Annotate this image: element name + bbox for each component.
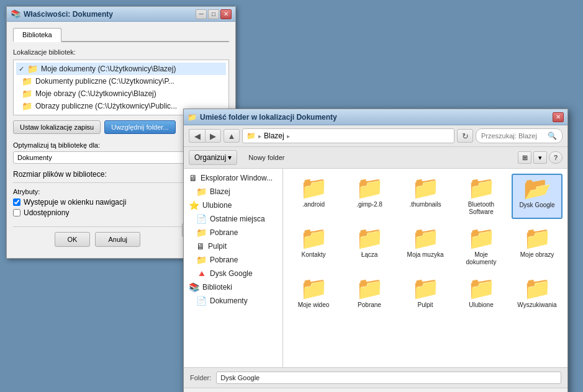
- view-list-button[interactable]: ▾: [533, 151, 547, 164]
- tree-item-recent[interactable]: 📄 Ostatnie miejsca: [184, 212, 282, 226]
- tree-item-google-drive[interactable]: 🔺 Dysk Google: [184, 267, 282, 280]
- tab-biblioteka[interactable]: Biblioteka: [13, 28, 61, 42]
- folder-icon: 📁: [27, 64, 38, 74]
- file-item-links[interactable]: 📁 Łącza: [344, 224, 395, 269]
- file-item-contacts[interactable]: 📁 Kontakty: [288, 224, 339, 269]
- folder-icon: 📁: [22, 89, 32, 99]
- tree-item-label: Dokumenty: [210, 296, 248, 305]
- tree-item-explorator[interactable]: 🖥 Eksplorator Window...: [184, 171, 282, 185]
- file-item-searches[interactable]: 📁 Wyszukiwania: [512, 274, 563, 312]
- file-item-video[interactable]: 📁 Moje wideo: [288, 274, 339, 312]
- navigation-checkbox[interactable]: [13, 198, 20, 206]
- file-name: Łącza: [361, 251, 378, 259]
- nav-tree: 🖥 Eksplorator Window... 📁 Blazej ⭐ Ulubi…: [184, 169, 283, 367]
- front-window: 📁 Umieść folder w lokalizacji Dokumenty …: [183, 109, 568, 392]
- tree-item-blazej[interactable]: 📁 Blazej: [184, 185, 282, 198]
- file-name: Moja muzyka: [407, 251, 444, 259]
- file-item-my-documents[interactable]: 📁 Moje dokumenty: [456, 224, 507, 269]
- list-item[interactable]: 📁 Moje obrazy (C:\Użytkownicy\Blazej): [16, 87, 226, 100]
- shared-label: Udostępniony: [24, 208, 69, 217]
- file-item-my-pictures[interactable]: 📁 Moje obrazy: [512, 224, 563, 269]
- tree-item-documents[interactable]: 📄 Dokumenty: [184, 294, 282, 308]
- list-item[interactable]: 📁 Dokumenty publiczne (C:\Użytkownicy\P.…: [16, 75, 226, 87]
- front-window-controls: ✕: [553, 112, 564, 122]
- organize-button[interactable]: Organizuj ▾: [189, 150, 237, 165]
- tree-item-label: Dysk Google: [210, 269, 253, 278]
- minimize-button[interactable]: ─: [196, 9, 207, 19]
- front-titlebar: 📁 Umieść folder w lokalizacji Dokumenty …: [184, 109, 567, 125]
- tree-item-downloads2[interactable]: 📁 Pobrane: [184, 253, 282, 267]
- library-icon: 📚: [11, 9, 20, 19]
- nav-btn-group: ◀ ▶: [189, 129, 221, 143]
- library-item-label: Moje obrazy (C:\Użytkownicy\Blazej): [35, 89, 156, 98]
- file-item-bluetooth[interactable]: 📁 Bluetooth Software: [456, 174, 507, 219]
- folder-icon: 📁: [412, 177, 440, 199]
- maximize-button[interactable]: □: [208, 9, 219, 19]
- folder-icon: 📁: [22, 76, 32, 86]
- close-back-button[interactable]: ✕: [220, 9, 232, 19]
- shared-checkbox[interactable]: [13, 209, 20, 216]
- file-name: Kontakty: [302, 251, 326, 259]
- desktop-icon: 🖥: [196, 241, 205, 251]
- view-grid-button[interactable]: ⊞: [518, 151, 531, 164]
- gdrive-icon: 🔺: [196, 269, 207, 278]
- new-folder-button[interactable]: Nowy folder: [242, 151, 291, 164]
- address-crumb-blazej[interactable]: Blazej: [264, 131, 284, 140]
- folder-icon: 📁: [468, 277, 495, 300]
- window-controls: ─ □ ✕: [196, 9, 232, 19]
- set-save-location-button[interactable]: Ustaw lokalizację zapisu: [13, 120, 101, 134]
- file-name: Pulpit: [417, 301, 433, 309]
- file-item-android[interactable]: 📁 .android: [288, 174, 339, 219]
- list-item[interactable]: ✓ 📁 Moje dokumenty (C:\Użytkownicy\Blaze…: [16, 63, 226, 75]
- help-button[interactable]: ?: [549, 151, 563, 164]
- include-folder-button[interactable]: Uwzględnij folder...: [104, 120, 175, 134]
- size-label: Rozmiar plików w bibliotece:: [13, 170, 107, 179]
- file-name: Moje dokumenty: [459, 251, 504, 266]
- file-item-google-drive[interactable]: 📂 Dysk Google: [512, 174, 563, 219]
- recent-icon: 📄: [196, 214, 207, 224]
- folder-icon: 📁: [523, 227, 551, 249]
- folder-icon: 📁: [22, 101, 32, 111]
- address-bar[interactable]: 📁 ▸ Blazej ▸: [242, 128, 454, 143]
- navigation-label: Występuje w okienku nawigacji: [24, 198, 126, 207]
- file-name: Pobrane: [358, 301, 381, 309]
- file-item-gimp[interactable]: 📁 .gimp-2.8: [344, 174, 395, 219]
- ok-button[interactable]: OK: [55, 232, 91, 247]
- library-item-label: Dokumenty publiczne (C:\Użytkownicy\P...: [35, 77, 174, 86]
- folder-label: Folder:: [190, 374, 211, 381]
- folder-icon: 📁: [356, 277, 384, 300]
- folder-icon: 📁: [196, 228, 207, 238]
- back-window-title: Właściwości: Dokumenty: [24, 10, 113, 19]
- search-box[interactable]: 🔍: [476, 128, 563, 143]
- folder-bar: Folder: Dysk Google: [184, 367, 567, 388]
- cancel-back-button[interactable]: Anuluj: [95, 232, 140, 247]
- tree-item-libraries[interactable]: 📚 Biblioteki: [184, 280, 282, 294]
- file-name: .gimp-2.8: [356, 201, 382, 208]
- tree-item-label: Ulubione: [202, 201, 232, 210]
- folder-icon: 📁: [356, 227, 384, 249]
- forward-button[interactable]: ▶: [205, 129, 221, 143]
- back-button[interactable]: ◀: [189, 129, 205, 143]
- gdrive-folder-icon: 📂: [523, 177, 551, 200]
- search-input[interactable]: [481, 132, 545, 140]
- folder-icon: 📁: [468, 177, 495, 199]
- file-name: Moje wideo: [298, 301, 330, 309]
- star-icon: ⭐: [189, 200, 199, 210]
- file-item-favorites[interactable]: 📁 Ulubione: [456, 274, 507, 312]
- file-item-music[interactable]: 📁 Moja muzyka: [400, 224, 451, 269]
- up-button[interactable]: ▲: [224, 129, 240, 143]
- close-front-button[interactable]: ✕: [553, 112, 564, 122]
- file-item-desktop[interactable]: 📁 Pulpit: [400, 274, 451, 312]
- refresh-button[interactable]: ↻: [457, 129, 473, 143]
- file-item-downloads[interactable]: 📁 Pobrane: [344, 274, 395, 312]
- search-icon: 🔍: [548, 131, 557, 140]
- toolbar-row: ◀ ▶ ▲ 📁 ▸ Blazej ▸ ↻ 🔍: [184, 125, 567, 147]
- front-title-icon: 📁: [188, 113, 197, 122]
- library-list: ✓ 📁 Moje dokumenty (C:\Użytkownicy\Blaze…: [13, 60, 229, 115]
- tree-item-desktop[interactable]: 🖥 Pulpit: [184, 239, 282, 253]
- tree-item-label: Pobrane: [210, 228, 238, 237]
- tree-item-favorites[interactable]: ⭐ Ulubione: [184, 198, 282, 212]
- folder-value: Dysk Google: [216, 372, 561, 384]
- tree-item-downloads[interactable]: 📁 Pobrane: [184, 226, 282, 239]
- file-item-thumbnails[interactable]: 📁 .thumbnails: [400, 174, 451, 219]
